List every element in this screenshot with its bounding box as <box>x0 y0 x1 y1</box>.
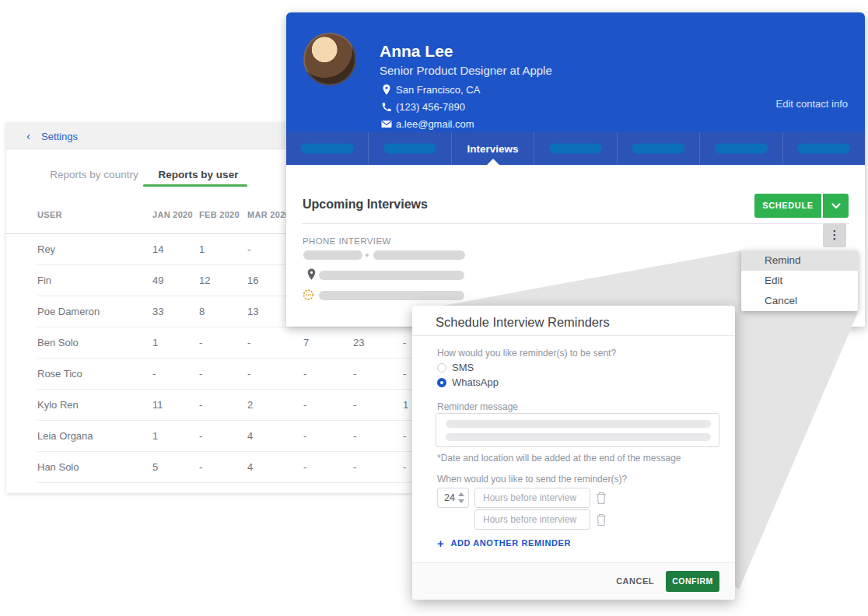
chevron-down-icon <box>831 203 841 209</box>
value-cell: - <box>353 421 356 452</box>
tab-placeholder-pill <box>383 144 436 154</box>
value-cell: 23 <box>353 327 364 359</box>
schedule-dropdown-button[interactable] <box>823 194 849 218</box>
placeholder-bar <box>319 271 464 280</box>
user-cell: Fin <box>37 265 51 296</box>
delete-reminder-icon[interactable] <box>596 513 607 527</box>
tab-placeholder[interactable] <box>286 132 369 165</box>
modal-title: Schedule Interview Reminders <box>436 315 610 330</box>
kebab-menu-button[interactable]: ⋮ <box>823 223 846 247</box>
page: ‹Settings Reports by country Reports by … <box>0 0 868 616</box>
cancel-button[interactable]: CANCEL <box>616 576 654 586</box>
plus-icon: + <box>437 537 444 550</box>
tab-reports-by-country[interactable]: Reports by country <box>39 167 149 186</box>
profile-header: Anna Lee Senior Product Designer at Appl… <box>286 12 865 132</box>
value-cell: - <box>403 359 406 390</box>
reminder-message-label: Reminder message <box>437 401 518 412</box>
value-cell: 1 <box>152 421 158 452</box>
upcoming-interviews-title: Upcoming Interviews <box>303 198 428 212</box>
profile-job-title: Senior Product Designer at Apple <box>380 64 552 77</box>
kebab-icon: ⋮ <box>829 228 841 241</box>
placeholder-bar <box>446 433 711 441</box>
tab-placeholder-pill <box>301 144 354 154</box>
column-header: JAN 2020 <box>152 210 193 219</box>
location-pin-icon <box>306 268 317 281</box>
hours-before-interview-select[interactable]: Hours before interview <box>474 509 590 530</box>
tab-interviews[interactable]: Interviews <box>452 132 534 165</box>
active-tab-caret <box>487 159 499 165</box>
add-reminder-label: ADD ANOTHER REMINDER <box>450 538 571 548</box>
value-cell: - <box>247 327 250 359</box>
hours-value: 24 <box>444 488 455 507</box>
value-cell: - <box>403 452 406 483</box>
tab-placeholder[interactable] <box>783 132 865 165</box>
value-cell: - <box>403 327 406 359</box>
table-row: Rose Tico------ <box>37 359 412 390</box>
hours-stepper[interactable]: 24 <box>437 488 469 508</box>
value-cell: - <box>303 421 306 452</box>
user-cell: Han Solo <box>37 452 79 483</box>
user-cell: Rey <box>37 234 55 265</box>
value-cell: - <box>303 359 306 390</box>
radio-unchecked-icon[interactable] <box>437 363 446 373</box>
profile-phone: (123) 456-7890 <box>396 101 465 113</box>
modal-footer: CANCEL CONFIRM <box>412 562 735 600</box>
edit-contact-link[interactable]: Edit contact info <box>776 98 849 110</box>
table-row: Kylo Ren11-2--1 <box>37 390 412 421</box>
tab-reports-by-user[interactable]: Reports by user <box>149 167 247 186</box>
tab-placeholder-pill <box>715 144 768 154</box>
tab-label: Interviews <box>452 143 534 155</box>
value-cell: - <box>199 452 202 483</box>
radio-label: SMS <box>452 362 474 373</box>
user-cell: Ben Solo <box>37 327 79 359</box>
confirm-button[interactable]: CONFIRM <box>666 571 719 592</box>
value-cell: - <box>303 452 306 483</box>
tab-placeholder[interactable] <box>700 132 782 165</box>
send-method-question: How would you like reminder(s) to be sen… <box>437 348 616 359</box>
value-cell: 14 <box>152 234 163 265</box>
value-cell: 49 <box>152 265 163 296</box>
value-cell: 13 <box>247 296 258 327</box>
schedule-button[interactable]: SCHEDULE <box>754 194 821 218</box>
radio-label: WhatsApp <box>452 377 499 388</box>
reminder-message-textarea[interactable] <box>436 413 719 447</box>
value-cell: 8 <box>199 296 205 327</box>
context-menu: RemindEditCancel <box>741 250 858 311</box>
hours-before-interview-select[interactable]: Hours before interview <box>474 488 590 508</box>
tab-placeholder[interactable] <box>534 132 617 165</box>
value-cell: 1 <box>403 390 408 421</box>
tab-placeholder[interactable] <box>369 132 451 165</box>
value-cell: 1 <box>199 234 205 265</box>
value-cell: 7 <box>303 327 309 359</box>
radio-checked-icon[interactable] <box>437 378 446 387</box>
value-cell: - <box>353 390 356 421</box>
value-cell: 1 <box>152 327 158 359</box>
breadcrumb[interactable]: ‹Settings <box>26 123 78 149</box>
profile-tabbar: Interviews <box>286 132 865 165</box>
user-cell: Kylo Ren <box>37 390 79 421</box>
column-header: MAR 2020 <box>247 210 290 219</box>
value-cell: 12 <box>199 265 210 296</box>
menu-item-edit[interactable]: Edit <box>741 271 858 291</box>
menu-item-remind[interactable]: Remind <box>741 250 858 271</box>
table-row: Leia Organa1-4--- <box>37 421 412 452</box>
value-cell: - <box>199 421 202 452</box>
tab-placeholder[interactable] <box>618 132 700 165</box>
menu-item-cancel[interactable]: Cancel <box>741 291 858 311</box>
table-row: Ben Solo1--723- <box>37 327 412 359</box>
column-header: FEB 2020 <box>199 210 240 219</box>
user-cell: Rose Tico <box>37 359 82 390</box>
tab-placeholder-pill <box>797 144 850 154</box>
value-cell: 4 <box>247 421 253 452</box>
back-chevron-icon: ‹ <box>26 129 30 142</box>
table-row: Han Solo5-4--- <box>37 452 412 483</box>
delete-reminder-icon[interactable] <box>596 492 607 505</box>
location-pin-icon <box>381 84 392 96</box>
stepper-arrows-icon[interactable] <box>458 492 464 503</box>
add-another-reminder-button[interactable]: +ADD ANOTHER REMINDER <box>437 537 571 550</box>
divider <box>302 223 849 224</box>
pending-clock-icon <box>303 289 314 301</box>
profile-name: Anna Lee <box>380 42 453 61</box>
tab-placeholder-pill <box>632 144 684 154</box>
send-time-question: When would you like to send the reminder… <box>437 474 627 485</box>
